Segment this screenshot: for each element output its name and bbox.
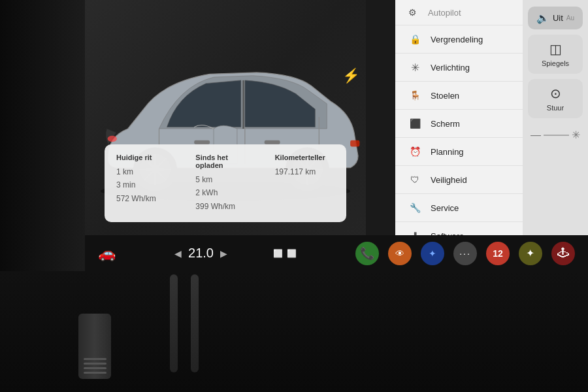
trip-charge-header: Sinds het opladen [195,154,255,169]
svg-text:⚡: ⚡ [342,67,360,84]
screen-icon: ⬛ [408,117,421,130]
physical-bottom [0,271,588,392]
settings-item-verlichting[interactable]: ✳ Verlichting [395,54,523,82]
taskbar-right: 📞 👁 ✦ ··· 12 ✦ 🕹 [355,242,575,265]
svg-rect-3 [265,140,280,144]
trip-col-odometer: Kilometerteller 197.117 km [275,154,335,213]
speaker-icon: 🔈 [536,12,549,24]
car-icon-taskbar[interactable]: 🚗 [98,245,116,262]
trip-card: Huidige rit 1 km 3 min 572 Wh/km Sinds h… [105,144,346,222]
settings-item-stoelen[interactable]: 🪑 Stoelen [395,82,523,110]
trip-odometer-header: Kilometerteller [275,154,335,161]
svg-point-4 [108,136,117,142]
settings-list: ⚙ Autopilot 🔒 Vergrendeling ✳ Verlichtin… [395,0,523,242]
brake-pedal [78,314,111,379]
settings-item-autopilot[interactable]: ⚙ Autopilot [395,0,523,25]
more-button[interactable]: ··· [453,242,477,265]
uit-button[interactable]: 🔈 Uit Au [528,7,583,29]
settings-item-scherm[interactable]: ⬛ Scherm [395,110,523,138]
calendar-button[interactable]: 12 [486,242,510,265]
security-icon: 🛡 [408,173,421,186]
brightness-min-icon: — [531,129,541,141]
steering-icon: ⊙ [532,86,579,101]
brightness-bar[interactable] [544,135,569,136]
camera-button[interactable]: 👁 [388,242,412,265]
temperature-display: 21.0 [188,246,214,261]
trip-current-values: 1 km 3 min 572 Wh/km [116,165,176,205]
planning-icon: ⏰ [408,145,421,158]
taskbar-sub: ⬜ ⬜ [273,249,297,258]
lock-icon: 🔒 [408,33,421,46]
svg-rect-2 [194,140,210,144]
pedal-area [78,314,111,379]
temp-arrow-right[interactable]: ▶ [220,248,227,259]
temp-arrow-left[interactable]: ◀ [174,248,182,259]
steering-column-area [170,274,199,372]
seat-icon: 🪑 [408,89,421,102]
brightness-control: — ✳ [528,123,583,146]
light-icon: ✳ [408,61,421,74]
trip-current-header: Huidige rit [116,154,176,161]
controls-panel: 🔈 Uit Au ◫ Spiegels ⊙ Stuur — ✳ [523,0,588,242]
bluetooth-button[interactable]: ✦ [421,242,444,265]
defrost-front-icon: ⬜ [273,249,283,258]
settings-panel: ⚙ Autopilot 🔒 Vergrendeling ✳ Verlichtin… [395,0,523,242]
trip-col-charge: Sinds het opladen 5 km 2 kWh 399 Wh/km [195,154,255,213]
phone-button[interactable]: 📞 [355,242,379,265]
taskbar-center: ◀ 21.0 ▶ [174,246,227,261]
taskbar: 🚗 ◀ 21.0 ▶ ⬜ ⬜ 📞 👁 ✦ ··· 12 ✦ 🕹 [85,235,588,271]
left-ambient [0,0,85,274]
settings-item-planning[interactable]: ⏰ Planning [395,138,523,166]
stuur-button[interactable]: ⊙ Stuur [528,79,583,118]
spiegels-button[interactable]: ◫ Spiegels [528,35,583,74]
steering-col-right [191,274,199,372]
trip-col-current: Huidige rit 1 km 3 min 572 Wh/km [116,154,176,213]
settings-item-vergrendeling[interactable]: 🔒 Vergrendeling [395,25,523,54]
car-area: ⚡ Huidige rit 1 km 3 min 572 Wh/km Sinds… [85,0,366,242]
taskbar-left: 🚗 [98,245,116,262]
mirror-icon: ◫ [532,41,579,57]
defrost-rear-icon: ⬜ [287,249,297,258]
joystick-button[interactable]: 🕹 [551,242,575,265]
autopilot-icon: ⚙ [406,6,419,19]
trip-odometer-value: 197.117 km [275,165,335,178]
trip-charge-values: 5 km 2 kWh 399 Wh/km [195,173,255,213]
settings-item-service[interactable]: 🔧 Service [395,194,523,222]
brightness-max-icon: ✳ [572,129,580,141]
settings-item-veiligheid[interactable]: 🛡 Veiligheid [395,166,523,194]
steering-col-left [170,274,178,372]
service-icon: 🔧 [408,201,421,214]
screen-container: ⚡ Huidige rit 1 km 3 min 572 Wh/km Sinds… [0,0,588,392]
svg-rect-5 [350,140,359,147]
games-button[interactable]: ✦ [519,242,542,265]
